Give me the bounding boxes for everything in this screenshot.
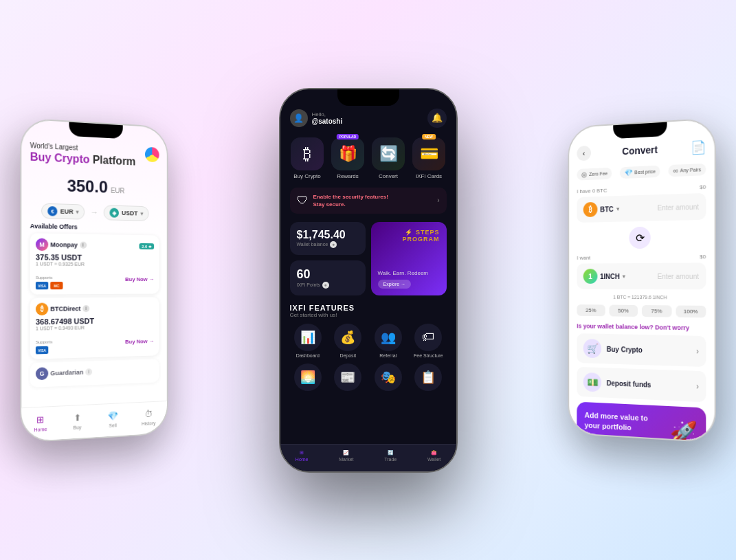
buy-crypto-action[interactable]: 🛒 Buy Crypto ›	[577, 333, 706, 367]
steps-card: ⚡ STEPS PROGRAM Walk. Earn. Redeem Explo…	[371, 222, 447, 295]
subtitle-rest: with us!	[318, 312, 337, 318]
moonpay-buy-btn[interactable]: Buy Now →	[125, 276, 154, 282]
promo-banner[interactable]: Add more value to your portfolio BUY CRY…	[577, 401, 706, 441]
wallet-balance-value: $1,745.40	[297, 229, 359, 241]
feat-item7[interactable]: 🎭	[370, 363, 407, 391]
mid-nav-market[interactable]: 📈 Market	[339, 450, 353, 462]
buy-crypto-text: Buy Crypto	[30, 150, 90, 165]
back-button[interactable]: ‹	[577, 145, 591, 161]
dashboard-label: Dashboard	[296, 353, 320, 358]
from-crypto-row[interactable]: ₿ BTC ▾ Enter amount	[577, 192, 706, 222]
offer-moonpay[interactable]: M Moonpay i 2.0 ★ 375.35 USDT 1 USDT = 0…	[30, 233, 159, 294]
feature-ixfi-cards[interactable]: NEW 💳 IXFI Cards	[412, 137, 447, 179]
mid-nav-trade[interactable]: 🔄 Trade	[384, 450, 397, 462]
nav-home[interactable]: ⊞ Home	[34, 412, 47, 432]
any-pairs-pill: ∞ Any Pairs	[668, 163, 706, 177]
feature-convert[interactable]: 🔄 Convert	[371, 137, 406, 179]
currency-arrow-icon: →	[90, 207, 98, 216]
percentage-row: 25% 50% 75% 100%	[577, 304, 706, 317]
mid-nav-wallet[interactable]: 👛 Wallet	[427, 450, 441, 462]
nav-history[interactable]: ⏱ History	[142, 407, 155, 426]
feat-referral[interactable]: 👥 Referral	[370, 324, 407, 358]
to-amount-input[interactable]: Enter amount	[630, 272, 699, 280]
pct-100-btn[interactable]: 100%	[676, 305, 706, 317]
feat-fee-structure[interactable]: 🏷 Fee Structure	[410, 324, 447, 358]
btcdirect-buy-btn[interactable]: Buy Now →	[125, 338, 154, 345]
amount-value: 350.0	[67, 176, 108, 196]
explore-btn[interactable]: Explore →	[378, 280, 412, 289]
doc-icon: 📄	[691, 139, 706, 155]
security-text2: Stay secure.	[313, 201, 388, 208]
visa-icon: VISA	[36, 282, 48, 289]
security-banner[interactable]: 🛡 Enable the security features! Stay sec…	[290, 188, 447, 214]
feature-rewards[interactable]: POPULAR 🎁 Rewards	[331, 137, 366, 179]
to-chevron-icon: ▾	[623, 273, 625, 279]
pct-25-btn[interactable]: 25%	[577, 304, 605, 316]
wallet-card: $1,745.40 Wallet balance ●	[290, 222, 366, 255]
from-currency-pill[interactable]: € EUR ▾	[41, 203, 85, 219]
fee-structure-label: Fee Structure	[414, 353, 443, 358]
left-title: World's Largest Buy Crypto Platform	[30, 140, 136, 168]
feature-buy-crypto[interactable]: ₿ Buy Crypto	[290, 137, 325, 179]
deposit-action-left: 💵 Deposit funds	[583, 372, 651, 394]
bell-icon[interactable]: 🔔	[427, 109, 447, 128]
nav-sell[interactable]: 💎 Sell	[107, 409, 118, 428]
to-crypto-label: 1INCH	[600, 272, 620, 280]
nav-buy[interactable]: ⬆ Buy	[71, 410, 83, 429]
ixfi-features-subtitle: Get started with us!	[290, 312, 447, 318]
buy-icon: ⬆	[71, 410, 83, 423]
offer-guardarian[interactable]: G Guardarian i	[30, 359, 159, 388]
back-circle-icon: ‹	[577, 145, 591, 161]
pct-75-btn[interactable]: 75%	[642, 305, 671, 317]
mc-icon: MC	[50, 282, 63, 289]
from-crypto-selector[interactable]: ₿ BTC ▾	[583, 201, 619, 216]
left-screen: World's Largest Buy Crypto Platform 350.…	[21, 119, 166, 441]
feat-item6[interactable]: 📰	[330, 363, 366, 391]
to-crypto-selector[interactable]: 1 1INCH ▾	[583, 269, 625, 284]
steps-label: ⚡ STEPS	[378, 229, 440, 236]
mid-market-icon: 📈	[343, 450, 349, 456]
swap-icon[interactable]: ⟳	[629, 226, 650, 249]
to-crypto-row[interactable]: 1 1INCH ▾ Enter amount	[577, 262, 706, 289]
feat-item8[interactable]: 📋	[410, 363, 447, 391]
buy-crypto-icon-box: ₿	[291, 137, 324, 170]
nav-buy-label: Buy	[73, 425, 81, 430]
home-icon: ⊞	[34, 412, 47, 425]
amount-currency: EUR	[111, 186, 124, 194]
features-grid: ₿ Buy Crypto POPULAR 🎁 Rewards 🔄 Convert	[290, 137, 447, 179]
notch-mid	[337, 89, 399, 106]
zero-fee-label: Zero Fee	[589, 171, 607, 177]
guardarian-logo: G	[36, 367, 48, 380]
ixfi-points-label: IXFI Points ●	[297, 282, 359, 289]
history-icon: ⏱	[143, 407, 155, 420]
feature7-icon: 🎭	[375, 363, 402, 391]
referral-label: Referral	[379, 353, 397, 358]
deposit-funds-action[interactable]: 💵 Deposit funds ›	[577, 366, 706, 402]
available-offers-label: Available Offers	[30, 222, 159, 232]
feature6-icon: 📰	[334, 363, 361, 391]
buy-crypto-arrow-icon: ›	[696, 346, 699, 356]
greeting-text: Hello,	[312, 111, 343, 117]
pct-50-btn[interactable]: 50%	[609, 304, 638, 316]
from-currency-label: EUR	[60, 208, 74, 215]
wallet-low-message: Is your wallet balance low? Don't worry	[577, 322, 706, 331]
mid-header: 👤 Hello, @satoshi 🔔	[290, 109, 447, 128]
greeting-block: Hello, @satoshi	[312, 111, 343, 125]
mid-trade-label: Trade	[384, 457, 397, 462]
deposit-action-icon: 💵	[583, 372, 601, 392]
currency-row[interactable]: € EUR ▾ → ◈ USDT ▾	[30, 203, 159, 221]
offer-btcdirect[interactable]: ₿ BTCDirect i 368.67498 USDT 1 USDT = 0.…	[30, 297, 159, 359]
rewards-feat-label: Rewards	[337, 173, 359, 179]
feat-dashboard[interactable]: 📊 Dashboard	[290, 324, 326, 358]
deposit-label: Deposit	[339, 353, 356, 358]
have-balance: I have 0 BTC $0	[577, 183, 706, 194]
security-text1: Enable the security features!	[313, 193, 388, 201]
mid-nav-home[interactable]: ⊞ Home	[295, 450, 309, 462]
best-price-icon: 💎	[625, 168, 633, 176]
from-amount-input[interactable]: Enter amount	[624, 202, 699, 212]
feat-item5[interactable]: 🌅	[290, 363, 326, 391]
feat-deposit[interactable]: 💰 Deposit	[330, 324, 366, 358]
nav-home-label: Home	[34, 426, 47, 432]
promo-buy-btn[interactable]: BUY CRYPTO →	[585, 434, 629, 441]
to-currency-pill[interactable]: ◈ USDT ▾	[104, 205, 148, 221]
